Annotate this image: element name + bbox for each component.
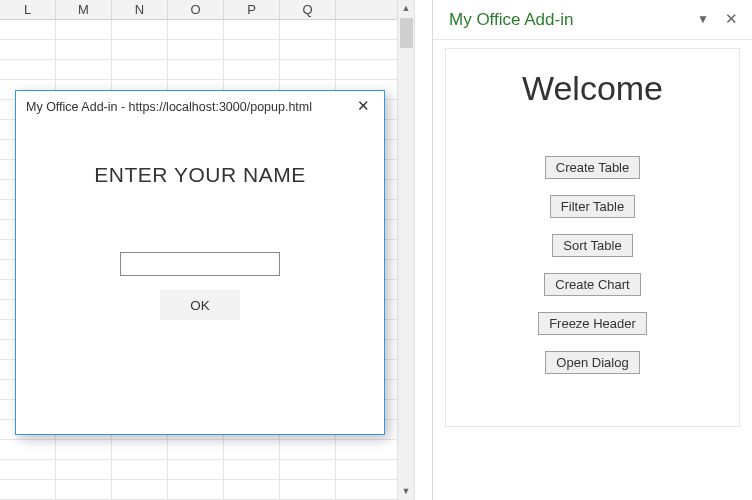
scroll-up-icon[interactable]: ▲ xyxy=(398,0,414,17)
column-header-row: LMNOPQ xyxy=(0,0,414,20)
task-pane-body: Welcome Create TableFilter TableSort Tab… xyxy=(433,40,752,435)
cell[interactable] xyxy=(224,60,280,80)
table-row xyxy=(0,20,414,40)
cell[interactable] xyxy=(224,40,280,60)
dialog-heading: ENTER YOUR NAME xyxy=(16,163,384,187)
column-header-q[interactable]: Q xyxy=(280,0,336,19)
column-header-l[interactable]: L xyxy=(0,0,56,19)
cell[interactable] xyxy=(224,480,280,500)
table-row xyxy=(0,440,414,460)
column-header-p[interactable]: P xyxy=(224,0,280,19)
cell[interactable] xyxy=(56,60,112,80)
vertical-scrollbar[interactable]: ▲ ▼ xyxy=(397,0,414,500)
welcome-heading: Welcome xyxy=(446,69,739,108)
cell[interactable] xyxy=(0,60,56,80)
dialog-title: My Office Add-in - https://localhost:300… xyxy=(26,100,348,114)
cell[interactable] xyxy=(112,40,168,60)
table-row xyxy=(0,60,414,80)
column-header-o[interactable]: O xyxy=(168,0,224,19)
freeze-header-button[interactable]: Freeze Header xyxy=(538,312,647,335)
scroll-down-icon[interactable]: ▼ xyxy=(398,483,414,500)
cell[interactable] xyxy=(112,60,168,80)
cell[interactable] xyxy=(280,460,336,480)
cell[interactable] xyxy=(280,480,336,500)
cell[interactable] xyxy=(224,20,280,40)
cell[interactable] xyxy=(168,60,224,80)
dialog-body: ENTER YOUR NAME OK xyxy=(16,163,384,320)
task-pane-menu-icon[interactable]: ▼ xyxy=(692,9,714,31)
task-pane-title: My Office Add-in xyxy=(449,10,686,30)
name-input[interactable] xyxy=(120,252,280,276)
cell[interactable] xyxy=(0,460,56,480)
task-pane: My Office Add-in ▼ ✕ Welcome Create Tabl… xyxy=(432,0,752,500)
cell[interactable] xyxy=(56,20,112,40)
ok-button[interactable]: OK xyxy=(160,290,240,320)
create-table-button[interactable]: Create Table xyxy=(545,156,640,179)
create-chart-button[interactable]: Create Chart xyxy=(544,273,640,296)
task-pane-card: Welcome Create TableFilter TableSort Tab… xyxy=(445,48,740,427)
cell[interactable] xyxy=(0,20,56,40)
cell[interactable] xyxy=(168,460,224,480)
cell[interactable] xyxy=(168,40,224,60)
cell[interactable] xyxy=(0,40,56,60)
cell[interactable] xyxy=(112,460,168,480)
cell[interactable] xyxy=(280,40,336,60)
popup-dialog: My Office Add-in - https://localhost:300… xyxy=(15,90,385,435)
task-pane-close-icon[interactable]: ✕ xyxy=(720,9,742,31)
cell[interactable] xyxy=(224,460,280,480)
cell[interactable] xyxy=(280,440,336,460)
cell[interactable] xyxy=(0,440,56,460)
table-row xyxy=(0,40,414,60)
cell[interactable] xyxy=(168,20,224,40)
cell[interactable] xyxy=(280,20,336,40)
cell[interactable] xyxy=(112,440,168,460)
cell[interactable] xyxy=(112,480,168,500)
dialog-titlebar[interactable]: My Office Add-in - https://localhost:300… xyxy=(16,91,384,123)
cell[interactable] xyxy=(224,440,280,460)
open-dialog-button[interactable]: Open Dialog xyxy=(545,351,639,374)
cell[interactable] xyxy=(0,480,56,500)
scroll-thumb[interactable] xyxy=(400,18,413,48)
filter-table-button[interactable]: Filter Table xyxy=(550,195,635,218)
cell[interactable] xyxy=(112,20,168,40)
table-row xyxy=(0,460,414,480)
sort-table-button[interactable]: Sort Table xyxy=(552,234,632,257)
table-row xyxy=(0,480,414,500)
cell[interactable] xyxy=(56,480,112,500)
cell[interactable] xyxy=(168,480,224,500)
cell[interactable] xyxy=(280,60,336,80)
column-header-m[interactable]: M xyxy=(56,0,112,19)
cell[interactable] xyxy=(56,460,112,480)
cell[interactable] xyxy=(56,40,112,60)
column-header-n[interactable]: N xyxy=(112,0,168,19)
close-icon[interactable]: ✕ xyxy=(348,95,378,119)
cell[interactable] xyxy=(56,440,112,460)
cell[interactable] xyxy=(168,440,224,460)
task-pane-header: My Office Add-in ▼ ✕ xyxy=(433,0,752,40)
